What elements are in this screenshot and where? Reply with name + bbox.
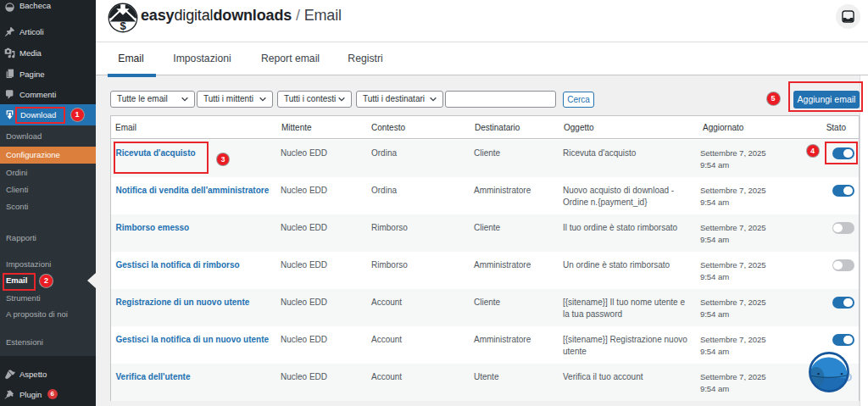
svg-text:$: $: [120, 19, 126, 32]
